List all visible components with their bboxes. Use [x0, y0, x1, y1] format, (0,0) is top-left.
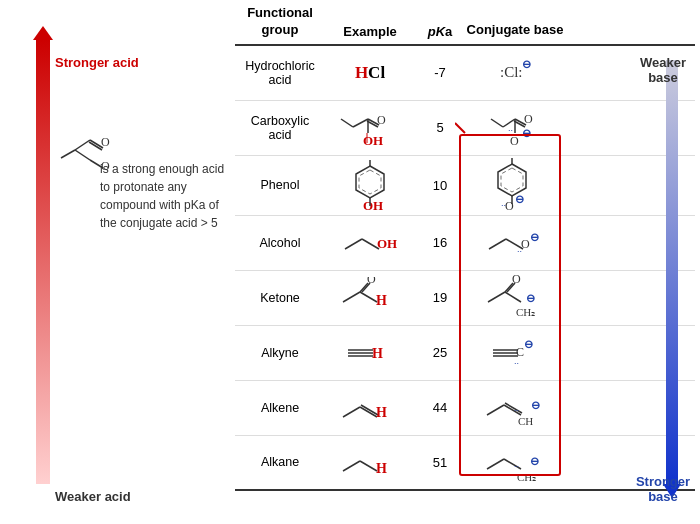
svg-text:O: O	[367, 277, 376, 286]
svg-text:OH: OH	[377, 236, 397, 251]
phenol-svg: OH	[343, 158, 398, 213]
conjugate-phenol-svg: O ⊖ ··	[485, 156, 545, 214]
table-header: Functional group Example pKa Conjugate b…	[235, 5, 695, 46]
svg-line-39	[345, 239, 362, 249]
cell-pka-ketone: 19	[415, 290, 465, 305]
svg-text:··: ··	[514, 405, 519, 415]
left-panel: Stronger acid O OH is a st	[0, 0, 230, 524]
svg-text:O: O	[101, 135, 110, 149]
cell-pka-hcl: -7	[415, 65, 465, 80]
svg-line-81	[360, 461, 377, 471]
svg-text:⊖: ⊖	[526, 292, 535, 304]
svg-text:O: O	[524, 112, 533, 126]
svg-text:OH: OH	[363, 198, 383, 213]
cell-conjugate-alkene: CH ⊖ ··	[465, 387, 565, 429]
cell-pka-alcohol: 16	[415, 235, 465, 250]
svg-text:H: H	[376, 461, 387, 476]
svg-line-83	[487, 459, 504, 469]
cell-functional: Alkane	[235, 451, 325, 473]
base-arrow-container	[662, 60, 682, 484]
cell-pka-alkane: 51	[415, 455, 465, 470]
cell-conjugate-alkane: CH₂ ⊖ ··	[465, 441, 565, 483]
header-functional-group: Functional group	[235, 5, 325, 39]
table-row: Hydrochloricacid HCl -7 :Cl: ⊖	[235, 46, 695, 101]
conjugate-alkyne-svg: C ⊖ ··	[488, 338, 543, 368]
cell-example-ketone: O H	[325, 277, 415, 319]
svg-line-42	[489, 239, 506, 249]
svg-marker-33	[501, 168, 523, 192]
cell-pka-alkyne: 25	[415, 345, 465, 360]
table-row: Alkene H 44 CH ⊖ ··	[235, 381, 695, 436]
conjugate-alcohol-svg: O ⊖ ··	[484, 224, 546, 262]
alkane-svg: H	[340, 443, 400, 481]
svg-line-80	[343, 461, 360, 471]
table-row: Alkyne H 25 C ⊖ ··	[235, 326, 695, 381]
cell-functional: Alkyne	[235, 342, 325, 364]
svg-text:··: ··	[508, 125, 513, 135]
svg-text:OH: OH	[363, 133, 383, 148]
cell-pka-carboxylic: 5	[415, 120, 465, 135]
conjugate-alkene-svg: CH ⊖ ··	[484, 387, 546, 429]
carboxylic-acid-svg: O OH	[333, 105, 408, 150]
cell-pka-alkene: 44	[415, 400, 465, 415]
conjugate-ketone-svg: O CH₂ ⊖	[483, 274, 548, 322]
svg-line-0	[75, 140, 90, 150]
cell-functional: Ketone	[235, 287, 325, 309]
cell-functional: Phenol	[235, 174, 325, 196]
header-conjugate-base: Conjugate base	[465, 22, 565, 39]
svg-text:H: H	[372, 346, 383, 361]
conjugate-carboxylate-svg: O O ⊖ ··	[485, 105, 545, 150]
svg-text:O: O	[377, 113, 386, 127]
svg-line-47	[343, 292, 360, 302]
conjugate-alkane-svg: CH₂ ⊖ ··	[484, 441, 546, 483]
page: Stronger acid O OH is a st	[0, 0, 700, 524]
svg-line-51	[360, 292, 377, 302]
weaker-acid-label: Weaker acid	[55, 489, 131, 504]
description-text: is a strong enough acid to protonate any…	[100, 160, 225, 232]
cell-conjugate-phenol: O ⊖ ··	[465, 156, 565, 214]
cell-functional: Alkene	[235, 397, 325, 419]
table-row: Alkane H 51 CH₂ ⊖ ··	[235, 436, 695, 491]
svg-line-71	[360, 407, 377, 417]
cell-conjugate-alcohol: O ⊖ ··	[465, 224, 565, 262]
svg-text::Cl:: :Cl:	[500, 64, 523, 80]
svg-line-1	[75, 150, 90, 160]
header-pka: pKa	[415, 24, 465, 39]
base-arrow	[666, 60, 678, 484]
svg-text:⊖: ⊖	[515, 193, 524, 205]
svg-line-11	[341, 119, 353, 127]
svg-line-70	[343, 407, 360, 417]
svg-marker-32	[498, 164, 526, 196]
table-panel: Functional group Example pKa Conjugate b…	[230, 0, 700, 524]
table-row: Ketone O H 19	[235, 271, 695, 326]
stronger-acid-label: Stronger acid	[55, 55, 139, 72]
svg-marker-27	[356, 166, 384, 198]
cell-example-alkyne: H	[325, 338, 415, 368]
cell-conjugate-hcl: :Cl: ⊖	[465, 55, 565, 91]
cell-conjugate-alkyne: C ⊖ ··	[465, 338, 565, 368]
alkene-svg: H	[340, 389, 400, 427]
cell-functional: Hydrochloricacid	[235, 55, 325, 91]
svg-text:⊖: ⊖	[524, 338, 533, 350]
svg-text:⊖: ⊖	[522, 58, 531, 70]
cell-conjugate-carboxylic: O O ⊖ ··	[465, 105, 565, 150]
table-row: Carboxylicacid O OH 5	[235, 101, 695, 156]
ketone-svg: O H	[338, 277, 403, 319]
svg-marker-28	[359, 170, 381, 194]
cell-pka-phenol: 10	[415, 178, 465, 193]
table-row: Alcohol OH 16 O ⊖ ··	[235, 216, 695, 271]
svg-text:⊖: ⊖	[530, 231, 539, 243]
svg-text:C: C	[516, 345, 524, 359]
alcohol-svg: OH	[340, 224, 400, 262]
cell-conjugate-ketone: O CH₂ ⊖	[465, 274, 565, 322]
svg-text:O: O	[521, 237, 530, 251]
cell-functional: Alcohol	[235, 232, 325, 254]
weaker-base-label: Weaker base	[628, 55, 698, 85]
svg-text:··: ··	[517, 246, 522, 256]
acid-arrow	[36, 40, 50, 484]
svg-line-74	[487, 405, 504, 415]
cell-example-hcl: HCl	[325, 63, 415, 83]
svg-text:CH₂: CH₂	[516, 306, 535, 318]
acid-arrow-container	[28, 40, 58, 484]
alkyne-svg: H	[343, 338, 398, 368]
